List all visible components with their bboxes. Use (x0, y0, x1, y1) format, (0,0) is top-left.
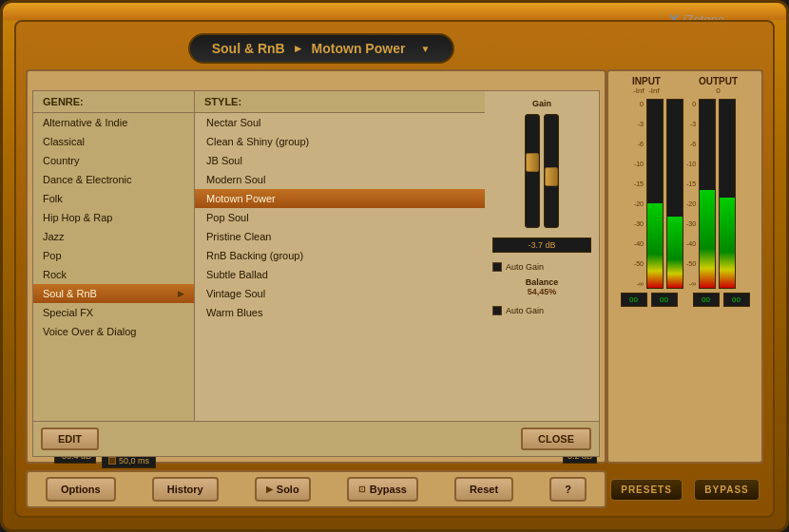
io-panel: INPUT -Inf -Inf OUTPUT 0 0 -3 -6 -10 -15… (606, 69, 763, 464)
style-column: STYLE: Nectar Soul Clean & Shiny (group)… (195, 91, 485, 421)
genre-arrow: ▶ (178, 289, 184, 298)
genre-rock[interactable]: Rock (33, 265, 194, 284)
genre-column: GENRE: Alternative & Indie Classical Cou… (33, 91, 195, 421)
meter-num-1: 00 (621, 293, 647, 307)
gain-fader-2[interactable] (544, 114, 559, 228)
auto-gain-text: Auto Gain (506, 262, 544, 272)
style-pristine-clean[interactable]: Pristine Clean (195, 227, 485, 246)
bottom-toolbar: Options History ▶ Solo ⊡ Bypass Reset ? (26, 470, 606, 508)
meter-num-4: 00 (723, 293, 750, 307)
balance-label: Balance (492, 277, 591, 287)
genre-classical[interactable]: Classical (33, 132, 194, 151)
bypass-label: Bypass (370, 484, 407, 495)
reset-button[interactable]: Reset (454, 477, 513, 502)
solo-button[interactable]: ▶ Solo (255, 477, 311, 502)
plugin-main: GENRE: Alternative & Indie Classical Cou… (26, 69, 606, 464)
dropdown-content: GENRE: Alternative & Indie Classical Cou… (33, 91, 599, 421)
bypass-button[interactable]: ⊡ Bypass (347, 477, 418, 502)
genre-jazz[interactable]: Jazz (33, 227, 194, 246)
bypass-icon: ⊡ (358, 484, 366, 494)
input-meter-left (646, 99, 664, 289)
balance-display: Balance 54,45% (492, 277, 591, 296)
dropdown-footer: EDIT CLOSE (33, 421, 599, 456)
release-icon (108, 457, 116, 465)
auto-gain-checkbox[interactable] (492, 262, 502, 272)
genre-alternative[interactable]: Alternative & Indie (33, 113, 194, 132)
genre-voiceover[interactable]: Voice Over & Dialog (33, 322, 194, 341)
solo-label: Solo (277, 484, 299, 495)
style-header: STYLE: (195, 91, 485, 113)
meter-spacer (682, 293, 689, 307)
solo-icon: ▶ (266, 484, 273, 494)
db-display-1: -3.7 dB (492, 238, 591, 253)
history-button[interactable]: History (152, 477, 219, 502)
genre-soul[interactable]: Soul & RnB ▶ (33, 284, 194, 303)
style-clean-shiny[interactable]: Clean & Shiny (group) (195, 132, 485, 151)
fader-knob-2[interactable] (545, 167, 558, 186)
auto-gain-row-2: Auto Gain (492, 306, 591, 315)
genre-hiphop[interactable]: Hip Hop & Rap (33, 208, 194, 227)
style-rnb-backing[interactable]: RnB Backing (group) (195, 246, 485, 265)
meter-scale: 0 -3 -6 -10 -15 -20 -30 -40 -50 -∞ (634, 99, 644, 289)
bottom-right-buttons: PRESETS BYPASS (606, 470, 763, 508)
genre-dance[interactable]: Dance & Electronic (33, 170, 194, 189)
input-label: INPUT (632, 76, 661, 86)
gain-label-top: Gain (492, 99, 591, 108)
input-meter-right-fill (667, 217, 683, 288)
style-nectar-soul[interactable]: Nectar Soul (195, 113, 485, 132)
options-button[interactable]: Options (46, 477, 116, 502)
genre-folk[interactable]: Folk (33, 189, 194, 208)
preset-dropdown-arrow[interactable]: ▼ (420, 44, 430, 54)
genre-specialfx[interactable]: Special FX (33, 303, 194, 322)
output-meter-left-fill (700, 190, 715, 288)
header-bar: Soul & RnB ► Motown Power ▼ (30, 31, 611, 66)
auto-gain-text-2: Auto Gain (506, 306, 544, 315)
auto-gain-checkbox-2[interactable] (492, 306, 502, 315)
meter-num-2: 00 (651, 293, 678, 307)
style-pop-soul[interactable]: Pop Soul (195, 208, 485, 227)
input-range: -Inf -Inf (632, 86, 661, 95)
release-value: 50,0 ms (119, 456, 149, 466)
global-bypass-button[interactable]: BYPASS (694, 479, 759, 501)
gain-controls-panel: Gain -3.7 dB Auto Gain (485, 91, 599, 421)
main-container: ✕ iZotope nectar ™ MIXING TRACKING ADVAN… (0, 0, 789, 532)
fader-knob-1[interactable] (526, 153, 539, 172)
output-meter-left (699, 99, 716, 289)
style-warm-blues[interactable]: Warm Blues (195, 303, 485, 322)
preset-dropdown-overlay: GENRE: Alternative & Indie Classical Cou… (32, 90, 600, 457)
edit-button[interactable]: EDIT (41, 428, 99, 450)
preset-separator: ► (293, 42, 304, 55)
preset-path: Soul & RnB (212, 41, 285, 56)
meter-num-3: 00 (693, 293, 720, 307)
input-meter-right (666, 99, 683, 289)
io-header: INPUT -Inf -Inf OUTPUT 0 (613, 76, 757, 95)
style-vintage-soul[interactable]: Vintage Soul (195, 284, 485, 303)
auto-gain-row: Auto Gain (492, 262, 591, 272)
preset-selector[interactable]: Soul & RnB ► Motown Power ▼ (188, 33, 454, 64)
style-subtle-ballad[interactable]: Subtle Ballad (195, 265, 485, 284)
meter-scale-mid: 0 -3 -6 -10 -15 -20 -30 -40 -50 -∞ (686, 99, 696, 289)
output-section-header: OUTPUT 0 (699, 76, 738, 95)
content-area: Soul & RnB ► Motown Power ▼ ⋮⋮⋮⋮⋮⋮⋮⋮ Pi … (14, 20, 775, 518)
help-button[interactable]: ? (549, 477, 587, 502)
meter-numbers: 00 00 00 00 (613, 293, 757, 307)
input-section-header: INPUT -Inf -Inf (632, 76, 661, 95)
meter-scale-and-bars: 0 -3 -6 -10 -15 -20 -30 -40 -50 -∞ (613, 99, 757, 289)
output-label: OUTPUT (699, 76, 738, 86)
input-meter-left-fill (647, 203, 663, 288)
output-range: 0 (699, 86, 738, 95)
preset-current: Motown Power (312, 41, 406, 56)
style-motown-power[interactable]: Motown Power (195, 189, 485, 208)
output-meter-right (719, 99, 736, 289)
style-modern-soul[interactable]: Modern Soul (195, 170, 485, 189)
close-button[interactable]: CLOSE (521, 428, 591, 450)
gain-fader-1[interactable] (525, 114, 540, 228)
genre-pop[interactable]: Pop (33, 246, 194, 265)
genre-country[interactable]: Country (33, 151, 194, 170)
output-meter-right-fill (720, 198, 735, 288)
style-jb-soul[interactable]: JB Soul (195, 151, 485, 170)
faders-row (492, 114, 591, 228)
presets-button[interactable]: PRESETS (610, 479, 683, 501)
genre-header: GENRE: (33, 91, 194, 113)
balance-value: 54,45% (492, 287, 591, 296)
